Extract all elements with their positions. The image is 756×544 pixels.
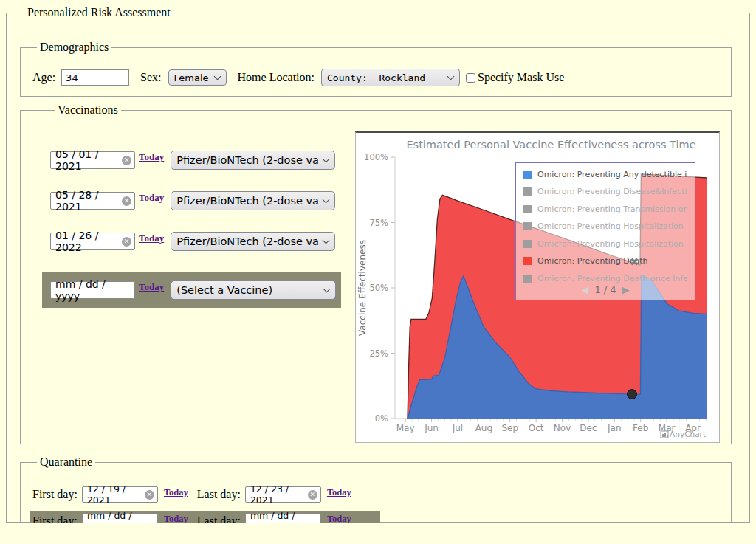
demographics-fieldset: Demographics Age: Sex: Female Home Locat… <box>20 41 732 97</box>
legend-swatch-icon <box>523 257 532 265</box>
svg-text:Jul: Jul <box>452 423 463 433</box>
svg-text:Oct: Oct <box>529 423 544 433</box>
vaccine-select-wrap: Pfizer/BioNTech (2-dose vaccine) <box>171 232 335 251</box>
svg-text:Dec: Dec <box>580 423 597 433</box>
vaccination-date-input-1[interactable]: 05 / 01 / 2021 ✕ <box>50 151 135 169</box>
today-link[interactable]: Today <box>139 151 164 163</box>
date-value: 12 / 19 / 2021 <box>87 483 145 506</box>
legend-swatch-icon <box>523 240 532 248</box>
demographics-legend: Demographics <box>37 41 111 54</box>
specify-mask-use-label: Specify Mask Use <box>478 71 564 84</box>
today-link[interactable]: Today <box>327 514 351 523</box>
legend-prev-page-icon[interactable]: ◀ <box>581 284 588 295</box>
legend-swatch-icon <box>523 275 532 283</box>
vaccine-select-wrap: (Select a Vaccine) <box>171 280 336 300</box>
clear-date-icon[interactable]: ✕ <box>122 196 131 206</box>
date-value: 05 / 01 / 2021 <box>55 148 122 172</box>
quarantine-first-day-input-2[interactable]: mm / dd / yyyy <box>82 513 158 523</box>
clear-date-icon[interactable]: ✕ <box>308 490 317 500</box>
date-placeholder: mm / dd / yyyy <box>87 510 154 523</box>
home-location-select[interactable]: County: Rockland <box>321 69 460 86</box>
vaccine-select-3[interactable]: Pfizer/BioNTech (2-dose vaccine) <box>171 232 335 251</box>
quarantine-fieldset: Quarantine First day: 12 / 19 / 2021 ✕ T… <box>20 455 732 523</box>
legend-swatch-icon <box>523 171 532 179</box>
last-day-label: Last day: <box>197 514 241 523</box>
vaccination-date-input-2[interactable]: 05 / 28 / 2021 ✕ <box>50 192 135 210</box>
quarantine-legend: Quarantine <box>37 455 95 469</box>
date-value: 12 / 23 / 2021 <box>250 483 308 506</box>
demographics-row: Age: Sex: Female Home Location: County: … <box>32 69 722 86</box>
legend-item[interactable]: Omicron: Preventing Death <box>523 257 687 266</box>
legend-item[interactable]: Omicron: Preventing Hospitalization <box>523 222 687 231</box>
legend-next-page-icon[interactable]: ▶ <box>622 284 630 295</box>
today-link[interactable]: Today <box>164 514 188 523</box>
today-link[interactable]: Today <box>164 487 188 498</box>
clear-date-icon[interactable]: ✕ <box>122 156 131 165</box>
clear-date-icon[interactable]: ✕ <box>145 490 154 500</box>
legend-swatch-icon <box>523 222 532 230</box>
svg-text:0%: 0% <box>375 413 388 424</box>
quarantine-first-day-input-1[interactable]: 12 / 19 / 2021 ✕ <box>82 486 158 503</box>
svg-text:Jan: Jan <box>607 423 622 433</box>
vaccine-effectiveness-chart: 0%25%50%75%100%MayJunJulAugSepOctNovDecJ… <box>355 131 720 443</box>
today-link[interactable]: Today <box>139 233 164 244</box>
legend-item-label: Omicron: Preventing Disease&Infection <box>537 187 687 196</box>
today-link[interactable]: Today <box>139 192 164 204</box>
sex-select-wrap: Female <box>162 69 227 86</box>
age-label: Age: <box>32 71 55 84</box>
vaccine-select-1[interactable]: Pfizer/BioNTech (2-dose vaccine) <box>171 151 335 170</box>
vaccine-select-2[interactable]: Pfizer/BioNTech (2-dose vaccine) <box>171 191 335 210</box>
vaccination-date-input-3[interactable]: 01 / 26 / 2022 ✕ <box>50 233 135 250</box>
svg-text:25%: 25% <box>369 348 388 359</box>
risk-assessment-fieldset: Personalized Risk Assessment Demographic… <box>6 6 750 523</box>
date-placeholder: mm / dd / yyyy <box>55 278 131 302</box>
svg-text:100%: 100% <box>364 152 388 162</box>
page-title: Personalized Risk Assessment <box>24 6 173 19</box>
vaccine-select-4[interactable]: (Select a Vaccine) <box>171 280 336 300</box>
age-field[interactable] <box>61 69 129 86</box>
specify-mask-use-checkbox[interactable] <box>466 73 475 83</box>
quarantine-last-day-input-1[interactable]: 12 / 23 / 2021 ✕ <box>245 486 321 503</box>
legend-item-label: Omicron: Preventing Death once Infection… <box>537 274 687 283</box>
clear-date-icon[interactable]: ✕ <box>122 237 131 247</box>
date-value: 05 / 28 / 2021 <box>55 189 122 213</box>
legend-item[interactable]: Omicron: Preventing Death once Infection… <box>523 274 687 283</box>
sex-select[interactable]: Female <box>168 69 227 86</box>
legend-item-label: Omicron: Preventing Any detectible infec… <box>537 170 687 179</box>
legend-item[interactable]: Omicron: Preventing Any detectible infec… <box>523 170 687 179</box>
legend-swatch-icon <box>523 205 532 213</box>
today-link[interactable]: Today <box>139 281 164 293</box>
legend-page-label: 1 / 4 <box>594 284 616 295</box>
legend-item[interactable]: Omicron: Preventing Transmission once In… <box>523 204 687 213</box>
vaccination-date-input-4[interactable]: mm / dd / yyyy <box>50 281 135 299</box>
legend-swatch-icon <box>523 187 532 196</box>
quarantine-row-1: First day: 12 / 19 / 2021 ✕ Today Last d… <box>32 484 731 505</box>
date-placeholder: mm / dd / yyyy <box>250 510 317 523</box>
legend-item-label: Omicron: Preventing Hospitalization once… <box>537 239 687 248</box>
first-day-label: First day: <box>32 514 78 523</box>
legend-item[interactable]: Omicron: Preventing Disease&Infection <box>523 187 687 196</box>
svg-text:Nov: Nov <box>554 423 571 433</box>
svg-text:Aug: Aug <box>475 423 492 433</box>
svg-text:Vaccine Effectiveness: Vaccine Effectiveness <box>357 240 368 336</box>
svg-text:50%: 50% <box>369 283 388 293</box>
quarantine-last-day-input-2[interactable]: mm / dd / yyyy <box>245 513 321 523</box>
svg-text:Sep: Sep <box>501 423 518 433</box>
vaccine-select-wrap: Pfizer/BioNTech (2-dose vaccine) <box>171 191 335 210</box>
svg-text:Estimated Personal Vaccine Eff: Estimated Personal Vaccine Effectiveness… <box>406 139 695 151</box>
last-day-label: Last day: <box>197 488 241 501</box>
legend-item[interactable]: Omicron: Preventing Hospitalization once… <box>523 239 687 248</box>
today-link[interactable]: Today <box>327 487 351 498</box>
legend-item-label: Omicron: Preventing Hospitalization <box>537 222 684 231</box>
svg-text:Feb: Feb <box>633 423 648 433</box>
vaccinations-fieldset: Vaccinations 05 / 01 / 2021 ✕ Today Pfiz… <box>20 103 732 444</box>
legend-pager: ◀1 / 4▶ <box>516 284 695 295</box>
first-day-label: First day: <box>32 488 78 501</box>
chart-legend[interactable]: Omicron: Preventing Any detectible infec… <box>515 162 695 300</box>
quarantine-row-2-new: First day: mm / dd / yyyy Today Last day… <box>30 511 380 523</box>
svg-text:Jun: Jun <box>424 423 439 433</box>
vaccinations-legend: Vaccinations <box>55 103 121 117</box>
selected-point-x-marker[interactable]: ✖ <box>630 255 639 269</box>
svg-text:AnyChart: AnyChart <box>670 430 706 438</box>
svg-text:75%: 75% <box>369 218 388 228</box>
